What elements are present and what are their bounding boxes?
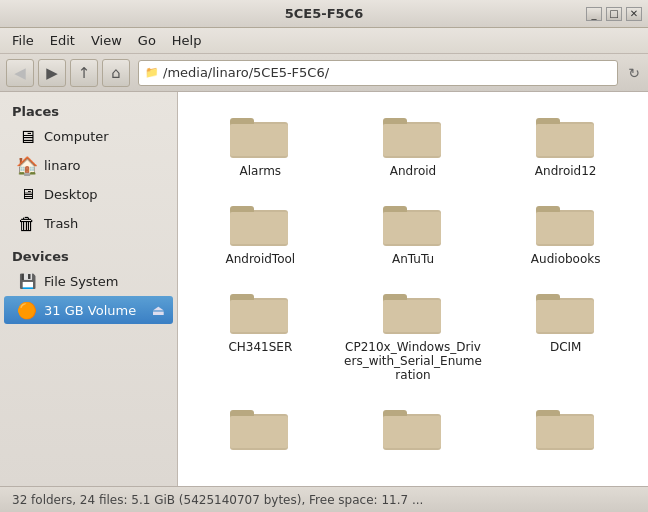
folder-ch341ser[interactable]: CH341SER: [186, 280, 335, 388]
folder-dcim[interactable]: DCIM: [491, 280, 640, 388]
folder-label: Android: [390, 164, 436, 178]
folder-icon: [383, 402, 443, 452]
close-button[interactable]: ✕: [626, 7, 642, 21]
toolbar: ◀ ▶ ↑ ⌂ 📁 /media/linaro/5CE5-F5C6/ ↻: [0, 54, 648, 92]
eject-button[interactable]: ⏏: [152, 302, 165, 318]
up-button[interactable]: ↑: [70, 59, 98, 87]
sidebar-item-label: 31 GB Volume: [44, 303, 146, 318]
menu-file[interactable]: File: [4, 30, 42, 51]
sidebar-item-label: linaro: [44, 158, 165, 173]
home-icon: 🏠: [16, 154, 38, 176]
folder-icon: [536, 286, 596, 336]
window-title: 5CE5-F5C6: [285, 6, 363, 21]
svg-rect-26: [536, 300, 594, 332]
folder-label: AnTuTu: [392, 252, 434, 266]
folder-audiobooks[interactable]: Audiobooks: [491, 192, 640, 272]
svg-rect-23: [383, 300, 441, 332]
svg-rect-2: [230, 124, 288, 156]
svg-rect-14: [383, 212, 441, 244]
svg-rect-5: [383, 124, 441, 156]
folder-androidtool[interactable]: AndroidTool: [186, 192, 335, 272]
svg-rect-29: [230, 416, 288, 448]
menu-help[interactable]: Help: [164, 30, 210, 51]
folder-icon: [230, 402, 290, 452]
sidebar-item-trash[interactable]: 🗑 Trash: [4, 209, 173, 237]
sidebar-item-label: Desktop: [44, 187, 165, 202]
sidebar-item-filesystem[interactable]: 💾 File System: [4, 267, 173, 295]
folder-icon: [536, 402, 596, 452]
devices-section-label: Devices: [0, 245, 177, 266]
statusbar: 32 folders, 24 files: 5.1 GiB (542514070…: [0, 486, 648, 512]
volume-icon: 🟠: [16, 299, 38, 321]
folder-icon: [383, 198, 443, 248]
folder-label: Alarms: [240, 164, 282, 178]
sidebar-item-label: Trash: [44, 216, 165, 231]
folder-android[interactable]: Android: [339, 104, 488, 184]
folder-icon: [536, 198, 596, 248]
titlebar: 5CE5-F5C6 _ □ ✕: [0, 0, 648, 28]
svg-rect-20: [230, 300, 288, 332]
sidebar: Places 🖥 Computer 🏠 linaro 🖥 Desktop 🗑 T…: [0, 92, 178, 486]
folder-label: CP210x_Windows_Drivers_with_Serial_Enume…: [343, 340, 484, 382]
svg-rect-8: [536, 124, 594, 156]
folder-label: Android12: [535, 164, 597, 178]
folder-label: Audiobooks: [531, 252, 601, 266]
address-location-icon: 📁: [145, 66, 159, 79]
computer-icon: 🖥: [16, 125, 38, 147]
folder-label: CH341SER: [228, 340, 292, 354]
reload-button[interactable]: ↻: [626, 63, 642, 83]
places-section-label: Places: [0, 100, 177, 121]
home-button[interactable]: ⌂: [102, 59, 130, 87]
file-grid: Alarms Android Android12: [186, 104, 640, 462]
folder-alarms[interactable]: Alarms: [186, 104, 335, 184]
window-controls[interactable]: _ □ ✕: [586, 7, 642, 21]
menu-edit[interactable]: Edit: [42, 30, 83, 51]
file-area: Alarms Android Android12: [178, 92, 648, 486]
folder-label: DCIM: [550, 340, 582, 354]
svg-rect-32: [383, 416, 441, 448]
forward-button[interactable]: ▶: [38, 59, 66, 87]
address-text: /media/linaro/5CE5-F5C6/: [163, 65, 611, 80]
sidebar-item-desktop[interactable]: 🖥 Desktop: [4, 180, 173, 208]
sidebar-item-volume[interactable]: 🟠 31 GB Volume ⏏: [4, 296, 173, 324]
sidebar-item-linaro[interactable]: 🏠 linaro: [4, 151, 173, 179]
folder-icon: [536, 110, 596, 160]
main-content: Places 🖥 Computer 🏠 linaro 🖥 Desktop 🗑 T…: [0, 92, 648, 486]
folder-label: AndroidTool: [225, 252, 295, 266]
folder-more3[interactable]: [491, 396, 640, 462]
maximize-button[interactable]: □: [606, 7, 622, 21]
folder-cp210x[interactable]: CP210x_Windows_Drivers_with_Serial_Enume…: [339, 280, 488, 388]
folder-antutu[interactable]: AnTuTu: [339, 192, 488, 272]
svg-rect-11: [230, 212, 288, 244]
svg-rect-35: [536, 416, 594, 448]
statusbar-text: 32 folders, 24 files: 5.1 GiB (542514070…: [12, 493, 423, 507]
filesystem-icon: 💾: [16, 270, 38, 292]
folder-icon: [383, 286, 443, 336]
trash-icon: 🗑: [16, 212, 38, 234]
folder-icon: [383, 110, 443, 160]
sidebar-item-label: Computer: [44, 129, 165, 144]
address-bar[interactable]: 📁 /media/linaro/5CE5-F5C6/: [138, 60, 618, 86]
folder-icon: [230, 110, 290, 160]
minimize-button[interactable]: _: [586, 7, 602, 21]
sidebar-item-computer[interactable]: 🖥 Computer: [4, 122, 173, 150]
folder-more1[interactable]: [186, 396, 335, 462]
menubar: File Edit View Go Help: [0, 28, 648, 54]
folder-icon: [230, 198, 290, 248]
back-button[interactable]: ◀: [6, 59, 34, 87]
folder-more2[interactable]: [339, 396, 488, 462]
folder-android12[interactable]: Android12: [491, 104, 640, 184]
folder-icon: [230, 286, 290, 336]
sidebar-item-label: File System: [44, 274, 165, 289]
menu-view[interactable]: View: [83, 30, 130, 51]
desktop-icon: 🖥: [16, 183, 38, 205]
svg-rect-17: [536, 212, 594, 244]
menu-go[interactable]: Go: [130, 30, 164, 51]
